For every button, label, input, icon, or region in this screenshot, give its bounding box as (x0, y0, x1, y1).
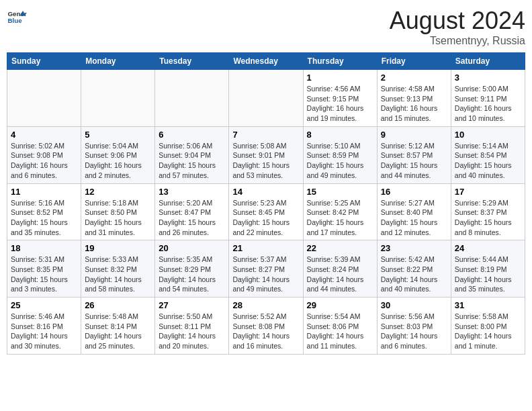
day-number: 1 (307, 73, 373, 83)
day-info: Sunrise: 5:29 AM Sunset: 8:37 PM Dayligh… (455, 198, 521, 238)
day-info: Sunrise: 5:23 AM Sunset: 8:45 PM Dayligh… (232, 198, 299, 238)
calendar-cell: 14Sunrise: 5:23 AM Sunset: 8:45 PM Dayli… (229, 183, 303, 240)
svg-text:Blue: Blue (8, 17, 23, 24)
day-number: 10 (455, 130, 521, 140)
day-number: 5 (85, 130, 151, 140)
calendar-cell: 24Sunrise: 5:44 AM Sunset: 8:19 PM Dayli… (451, 240, 525, 298)
day-info: Sunrise: 5:04 AM Sunset: 9:06 PM Dayligh… (85, 141, 151, 181)
calendar-cell: 22Sunrise: 5:39 AM Sunset: 8:24 PM Dayli… (303, 240, 377, 298)
day-info: Sunrise: 5:35 AM Sunset: 8:29 PM Dayligh… (159, 255, 225, 294)
weekday-header-wednesday: Wednesday (229, 53, 303, 70)
day-number: 22 (307, 243, 373, 253)
weekday-header-monday: Monday (81, 53, 155, 70)
calendar-cell: 30Sunrise: 5:56 AM Sunset: 8:03 PM Dayli… (377, 298, 451, 355)
month-year-title: August 2024 (390, 7, 525, 35)
week-row-4: 18Sunrise: 5:31 AM Sunset: 8:35 PM Dayli… (7, 240, 525, 298)
calendar-cell: 2Sunrise: 4:58 AM Sunset: 9:13 PM Daylig… (377, 70, 451, 127)
calendar-cell: 13Sunrise: 5:20 AM Sunset: 8:47 PM Dayli… (155, 183, 229, 240)
calendar-cell (7, 70, 81, 127)
day-info: Sunrise: 5:44 AM Sunset: 8:19 PM Dayligh… (455, 255, 521, 294)
title-block: August 2024 Tsementnyy, Russia (390, 7, 525, 47)
day-number: 30 (381, 300, 447, 310)
calendar-cell: 5Sunrise: 5:04 AM Sunset: 9:06 PM Daylig… (81, 126, 155, 183)
calendar-cell: 29Sunrise: 5:54 AM Sunset: 8:06 PM Dayli… (303, 298, 377, 355)
day-number: 21 (232, 243, 299, 253)
day-number: 26 (85, 300, 151, 310)
week-row-3: 11Sunrise: 5:16 AM Sunset: 8:52 PM Dayli… (7, 183, 525, 240)
calendar-cell (155, 70, 229, 127)
day-info: Sunrise: 5:08 AM Sunset: 9:01 PM Dayligh… (232, 141, 299, 181)
calendar-cell: 4Sunrise: 5:02 AM Sunset: 9:08 PM Daylig… (7, 126, 81, 183)
day-info: Sunrise: 5:31 AM Sunset: 8:35 PM Dayligh… (11, 255, 77, 294)
day-number: 2 (381, 73, 447, 83)
calendar-cell: 10Sunrise: 5:14 AM Sunset: 8:54 PM Dayli… (451, 126, 525, 183)
day-number: 12 (85, 187, 151, 197)
day-info: Sunrise: 5:10 AM Sunset: 8:59 PM Dayligh… (307, 141, 373, 181)
day-number: 13 (159, 187, 225, 197)
day-info: Sunrise: 4:58 AM Sunset: 9:13 PM Dayligh… (381, 84, 447, 124)
weekday-header-tuesday: Tuesday (155, 53, 229, 70)
weekday-header-sunday: Sunday (7, 53, 81, 70)
calendar-cell: 6Sunrise: 5:06 AM Sunset: 9:04 PM Daylig… (155, 126, 229, 183)
day-info: Sunrise: 5:39 AM Sunset: 8:24 PM Dayligh… (307, 255, 373, 294)
day-number: 20 (159, 243, 225, 253)
calendar-cell: 23Sunrise: 5:42 AM Sunset: 8:22 PM Dayli… (377, 240, 451, 298)
calendar-cell: 28Sunrise: 5:52 AM Sunset: 8:08 PM Dayli… (229, 298, 303, 355)
day-info: Sunrise: 5:27 AM Sunset: 8:40 PM Dayligh… (381, 198, 447, 238)
calendar-cell (229, 70, 303, 127)
day-number: 4 (11, 130, 77, 140)
logo-icon: General Blue (7, 7, 27, 27)
day-info: Sunrise: 5:54 AM Sunset: 8:06 PM Dayligh… (307, 312, 373, 351)
day-info: Sunrise: 5:14 AM Sunset: 8:54 PM Dayligh… (455, 141, 521, 181)
day-number: 24 (455, 243, 521, 253)
day-info: Sunrise: 5:12 AM Sunset: 8:57 PM Dayligh… (381, 141, 447, 181)
calendar-cell: 7Sunrise: 5:08 AM Sunset: 9:01 PM Daylig… (229, 126, 303, 183)
day-number: 11 (11, 187, 77, 197)
week-row-2: 4Sunrise: 5:02 AM Sunset: 9:08 PM Daylig… (7, 126, 525, 183)
calendar-cell: 1Sunrise: 4:56 AM Sunset: 9:15 PM Daylig… (303, 70, 377, 127)
day-info: Sunrise: 5:00 AM Sunset: 9:11 PM Dayligh… (455, 84, 521, 124)
day-number: 15 (307, 187, 373, 197)
day-info: Sunrise: 5:46 AM Sunset: 8:16 PM Dayligh… (11, 312, 77, 351)
calendar-cell (81, 70, 155, 127)
calendar-table: SundayMondayTuesdayWednesdayThursdayFrid… (7, 52, 525, 355)
day-info: Sunrise: 5:06 AM Sunset: 9:04 PM Dayligh… (159, 141, 225, 181)
weekday-header-thursday: Thursday (303, 53, 377, 70)
day-info: Sunrise: 5:18 AM Sunset: 8:50 PM Dayligh… (85, 198, 151, 238)
day-number: 17 (455, 187, 521, 197)
weekday-header-saturday: Saturday (451, 53, 525, 70)
calendar-cell: 31Sunrise: 5:58 AM Sunset: 8:00 PM Dayli… (451, 298, 525, 355)
day-number: 9 (381, 130, 447, 140)
day-info: Sunrise: 5:33 AM Sunset: 8:32 PM Dayligh… (85, 255, 151, 294)
day-info: Sunrise: 4:56 AM Sunset: 9:15 PM Dayligh… (307, 84, 373, 124)
day-number: 14 (232, 187, 299, 197)
calendar-cell: 25Sunrise: 5:46 AM Sunset: 8:16 PM Dayli… (7, 298, 81, 355)
day-info: Sunrise: 5:58 AM Sunset: 8:00 PM Dayligh… (455, 312, 521, 351)
day-number: 7 (232, 130, 299, 140)
day-number: 18 (11, 243, 77, 253)
calendar-cell: 12Sunrise: 5:18 AM Sunset: 8:50 PM Dayli… (81, 183, 155, 240)
page-header: General Blue August 2024 Tsementnyy, Rus… (7, 7, 525, 47)
calendar-cell: 8Sunrise: 5:10 AM Sunset: 8:59 PM Daylig… (303, 126, 377, 183)
weekday-header-row: SundayMondayTuesdayWednesdayThursdayFrid… (7, 53, 525, 70)
day-number: 6 (159, 130, 225, 140)
day-info: Sunrise: 5:42 AM Sunset: 8:22 PM Dayligh… (381, 255, 447, 294)
day-info: Sunrise: 5:37 AM Sunset: 8:27 PM Dayligh… (232, 255, 299, 294)
day-number: 31 (455, 300, 521, 310)
day-info: Sunrise: 5:20 AM Sunset: 8:47 PM Dayligh… (159, 198, 225, 238)
day-info: Sunrise: 5:48 AM Sunset: 8:14 PM Dayligh… (85, 312, 151, 351)
location-title: Tsementnyy, Russia (390, 35, 525, 47)
weekday-header-friday: Friday (377, 53, 451, 70)
calendar-cell: 16Sunrise: 5:27 AM Sunset: 8:40 PM Dayli… (377, 183, 451, 240)
day-number: 29 (307, 300, 373, 310)
day-info: Sunrise: 5:52 AM Sunset: 8:08 PM Dayligh… (232, 312, 299, 351)
calendar-cell: 3Sunrise: 5:00 AM Sunset: 9:11 PM Daylig… (451, 70, 525, 127)
calendar-cell: 18Sunrise: 5:31 AM Sunset: 8:35 PM Dayli… (7, 240, 81, 298)
calendar-cell: 17Sunrise: 5:29 AM Sunset: 8:37 PM Dayli… (451, 183, 525, 240)
day-info: Sunrise: 5:56 AM Sunset: 8:03 PM Dayligh… (381, 312, 447, 351)
day-info: Sunrise: 5:02 AM Sunset: 9:08 PM Dayligh… (11, 141, 77, 181)
day-number: 28 (232, 300, 299, 310)
day-info: Sunrise: 5:25 AM Sunset: 8:42 PM Dayligh… (307, 198, 373, 238)
calendar-cell: 26Sunrise: 5:48 AM Sunset: 8:14 PM Dayli… (81, 298, 155, 355)
day-info: Sunrise: 5:50 AM Sunset: 8:11 PM Dayligh… (159, 312, 225, 351)
